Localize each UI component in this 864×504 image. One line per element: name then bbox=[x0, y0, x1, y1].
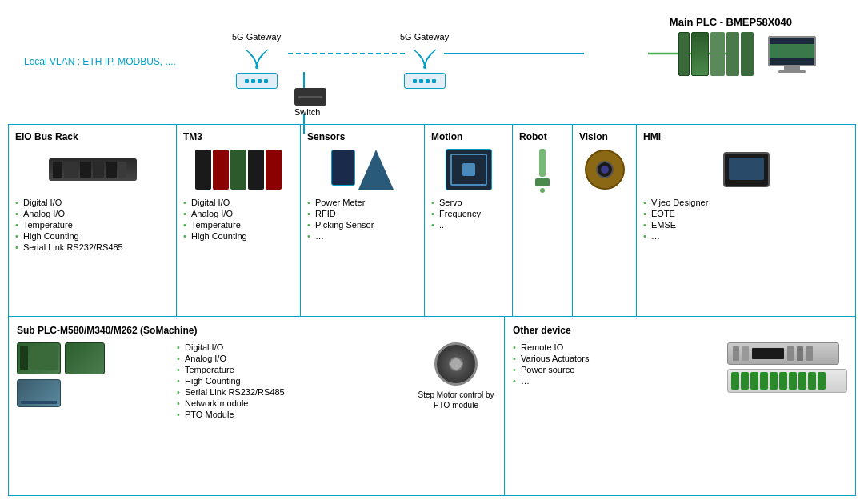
sub-plc-item-2: Analog I/O bbox=[177, 354, 408, 363]
tm3-title: TM3 bbox=[183, 131, 294, 142]
tm3-item-2: Analog I/O bbox=[183, 209, 294, 218]
sub-plc-devices bbox=[17, 342, 169, 421]
other-item-4: … bbox=[513, 376, 589, 386]
plc-image-area bbox=[678, 32, 816, 76]
sensors-title: Sensors bbox=[307, 131, 418, 142]
sub-plc-list: Digital I/O Analog I/O Temperature High … bbox=[177, 342, 408, 421]
sub-plc-item-4: High Counting bbox=[177, 376, 408, 386]
tm3-item-4: High Counting bbox=[183, 231, 294, 241]
sensor-item-1: Power Meter bbox=[307, 198, 418, 207]
other-item-1: Remote IO bbox=[513, 342, 589, 352]
tm3-list: Digital I/O Analog I/O Temperature High … bbox=[183, 198, 294, 241]
motion-list: Servo Frequency .. bbox=[431, 198, 506, 230]
eio-item-3: Temperature bbox=[15, 220, 170, 230]
hmi-title: HMI bbox=[643, 131, 849, 142]
hmi-image bbox=[643, 147, 849, 191]
robot-device bbox=[526, 149, 558, 190]
sensors-box: Sensors Power Meter RFID Picking Sensor … bbox=[301, 125, 425, 316]
antenna-left-icon bbox=[238, 45, 276, 69]
motion-image bbox=[431, 147, 506, 191]
other-title: Other device bbox=[513, 325, 847, 336]
vision-title: Vision bbox=[579, 131, 630, 142]
other-device-section: Other device Remote IO Various Actuators… bbox=[505, 317, 855, 495]
motor-label: Step Motor control by PTO module bbox=[416, 390, 496, 410]
gateway-left: 5G Gateway bbox=[232, 32, 281, 89]
robot-box: Robot bbox=[513, 125, 573, 316]
hmi-list: Vijeo Designer EOTE EMSE … bbox=[643, 198, 849, 241]
eio-list: Digital I/O Analog I/O Temperature High … bbox=[15, 198, 170, 252]
gateway-right-label: 5G Gateway bbox=[400, 32, 449, 42]
tm3-box: TM3 Digital I/O Analog I/O Temperature H… bbox=[177, 125, 301, 316]
sub-plc-section: Sub PLC-M580/M340/M262 (SoMachine) bbox=[9, 317, 505, 495]
other-device-terminal bbox=[727, 369, 847, 393]
main-content-box: EIO Bus Rack Digital I/O bbox=[8, 124, 856, 496]
other-content: Remote IO Various Actuators Power source… bbox=[513, 342, 847, 393]
motion-item-2: Frequency bbox=[431, 209, 506, 218]
sensors-list: Power Meter RFID Picking Sensor … bbox=[307, 198, 418, 241]
switch-label: Switch bbox=[294, 107, 326, 117]
local-vlan-label: Local VLAN : ETH IP, MODBUS, .... bbox=[24, 56, 176, 67]
eio-item-2: Analog I/O bbox=[15, 209, 170, 218]
svg-point-5 bbox=[255, 66, 258, 69]
other-devices-img bbox=[727, 342, 847, 393]
monitor-device bbox=[768, 36, 816, 73]
sub-plc-item-6: Network module bbox=[177, 398, 408, 408]
switch-box: Switch bbox=[294, 88, 326, 117]
sub-plc-item-7: PTO Module bbox=[177, 410, 408, 419]
vision-image bbox=[579, 147, 630, 191]
tm3-item-1: Digital I/O bbox=[183, 198, 294, 207]
robot-image bbox=[519, 147, 566, 191]
hmi-item-3: EMSE bbox=[643, 220, 849, 230]
robot-title: Robot bbox=[519, 131, 566, 142]
hmi-device bbox=[723, 152, 770, 187]
gateway-left-label: 5G Gateway bbox=[232, 32, 281, 42]
eio-bus-rack-box: EIO Bus Rack Digital I/O bbox=[9, 125, 177, 316]
sensor-device bbox=[331, 150, 394, 190]
sub-plc-title: Sub PLC-M580/M340/M262 (SoMachine) bbox=[17, 325, 496, 336]
sensor-item-4: … bbox=[307, 231, 418, 241]
eio-item-4: High Counting bbox=[15, 231, 170, 241]
step-motor-area: Step Motor control by PTO module bbox=[416, 342, 496, 421]
sensor-item-2: RFID bbox=[307, 209, 418, 218]
hmi-item-4: … bbox=[643, 231, 849, 241]
other-device-panel bbox=[727, 342, 839, 365]
top-row: EIO Bus Rack Digital I/O bbox=[9, 125, 855, 317]
main-plc-label: Main PLC - BMEP58X040 bbox=[670, 16, 792, 28]
eio-image bbox=[15, 147, 170, 191]
gateway-right: 5G Gateway bbox=[400, 32, 449, 89]
eio-item-1: Digital I/O bbox=[15, 198, 170, 207]
plc-modules bbox=[678, 32, 754, 76]
sub-plc-content: Digital I/O Analog I/O Temperature High … bbox=[17, 342, 496, 421]
antenna-right-icon bbox=[406, 45, 444, 69]
sensor-item-3: Picking Sensor bbox=[307, 220, 418, 230]
svg-point-6 bbox=[423, 66, 426, 69]
tm3-device bbox=[195, 150, 282, 190]
vision-box: Vision bbox=[573, 125, 637, 316]
tm3-item-3: Temperature bbox=[183, 220, 294, 230]
main-container: Local VLAN : ETH IP, MODBUS, .... 5G Gat… bbox=[0, 0, 864, 504]
eio-item-5: Serial Link RS232/RS485 bbox=[15, 242, 170, 252]
tm3-image bbox=[183, 147, 294, 191]
sub-plc-item-1: Digital I/O bbox=[177, 342, 408, 352]
other-list: Remote IO Various Actuators Power source… bbox=[513, 342, 589, 387]
other-item-2: Various Actuators bbox=[513, 354, 589, 363]
hmi-item-1: Vijeo Designer bbox=[643, 198, 849, 207]
motion-box: Motion Servo Frequency .. bbox=[425, 125, 513, 316]
vision-device bbox=[585, 150, 625, 190]
top-section: Local VLAN : ETH IP, MODBUS, .... 5G Gat… bbox=[8, 8, 856, 136]
step-motor-device bbox=[434, 342, 478, 386]
motion-item-3: .. bbox=[431, 220, 506, 230]
sensors-image bbox=[307, 147, 418, 191]
bottom-row: Sub PLC-M580/M340/M262 (SoMachine) bbox=[9, 317, 855, 495]
other-item-3: Power source bbox=[513, 365, 589, 374]
hmi-item-2: EOTE bbox=[643, 209, 849, 218]
sub-plc-item-3: Temperature bbox=[177, 365, 408, 374]
motion-title: Motion bbox=[431, 131, 506, 142]
motion-item-1: Servo bbox=[431, 198, 506, 207]
sub-plc-item-5: Serial Link RS232/RS485 bbox=[177, 387, 408, 397]
eio-title: EIO Bus Rack bbox=[15, 131, 170, 142]
hmi-box: HMI Vijeo Designer EOTE EMSE … bbox=[637, 125, 855, 316]
